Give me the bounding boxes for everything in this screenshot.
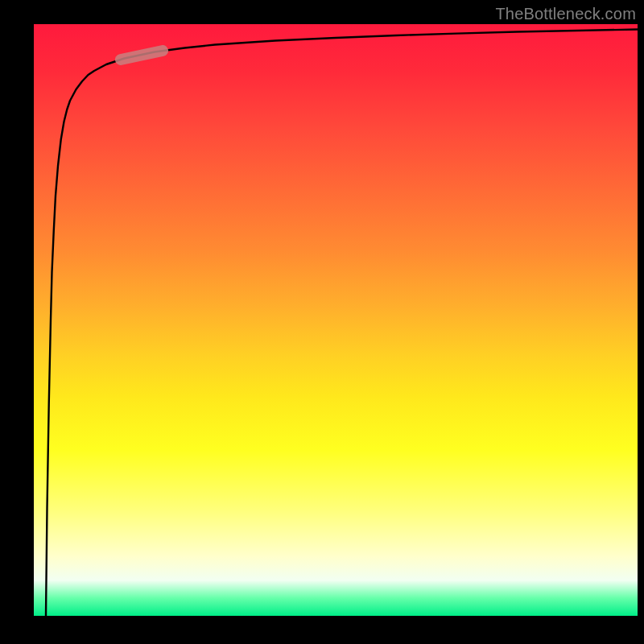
chart-svg	[34, 24, 638, 616]
curve-line	[46, 30, 638, 617]
highlight-segment	[121, 51, 163, 60]
chart-frame: TheBottleneck.com	[0, 0, 644, 644]
watermark-text: TheBottleneck.com	[495, 5, 636, 23]
